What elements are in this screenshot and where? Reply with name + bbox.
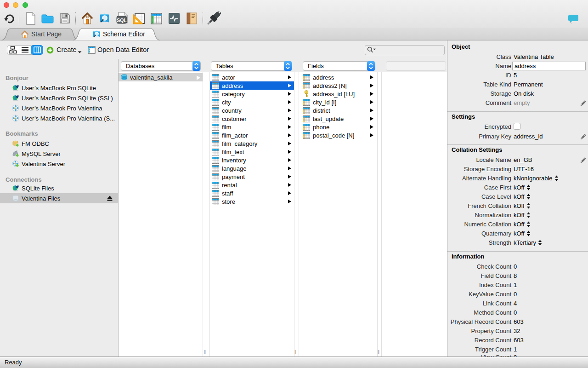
svg-text:SQL: SQL xyxy=(117,17,127,23)
svg-text:Schema Editor: Schema Editor xyxy=(103,30,145,38)
svg-text:Start Page: Start Page xyxy=(31,30,62,38)
